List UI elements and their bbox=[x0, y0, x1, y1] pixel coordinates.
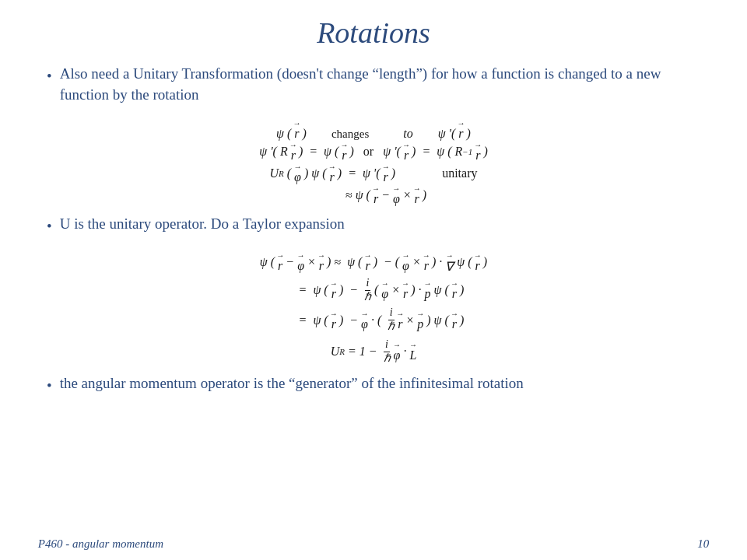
bullet-text-2: • U is the unitary operator. Do a Taylor… bbox=[47, 214, 700, 237]
bullet-dot-1: • bbox=[47, 66, 52, 87]
eq-taylor-1: ψ ( →r − →φ × →r ) ≈ ψ ( →r ) − ( →φ × →… bbox=[260, 251, 487, 274]
bullet-section-1: • Also need a Unitary Transformation (do… bbox=[47, 64, 700, 108]
bullet-content-2: U is the unitary operator. Do a Taylor e… bbox=[60, 214, 345, 235]
bullet-content-1: Also need a Unitary Transformation (does… bbox=[60, 64, 700, 105]
eq-ur: UR = 1 − i ℏ →φ · →L bbox=[331, 338, 417, 366]
footer-text: P460 - angular momentum bbox=[38, 537, 163, 550]
eq-line-2: ψ '( R →r ) = ψ ( →r ) or ψ '( →r ) = ψ … bbox=[259, 141, 488, 163]
eq-taylor-2: = ψ ( →r ) − i ℏ ( →φ × →r ) · →p ψ ( →r… bbox=[283, 277, 465, 304]
page-number: 10 bbox=[697, 537, 709, 550]
footer-separator bbox=[167, 537, 695, 550]
bullet-dot-3: • bbox=[47, 376, 52, 397]
slide-title: Rotations bbox=[47, 16, 700, 50]
slide: Rotations • Also need a Unitary Transfor… bbox=[0, 0, 747, 560]
eq-line-3: UR ( →φ ) ψ ( →r ) = ψ '( →r ) unitary bbox=[269, 163, 477, 184]
bullet-text-1: • Also need a Unitary Transformation (do… bbox=[47, 64, 700, 105]
eq-psi-r: ψ ( →r ) changes to ψ '( →r ) bbox=[276, 119, 471, 141]
eq-taylor-3: = ψ ( →r ) − →φ · ( i ℏ →r × →p ) ψ ( →r… bbox=[283, 306, 465, 334]
bullet-section-3: • the angular momentum operator is the “… bbox=[47, 373, 700, 400]
eq-line-4: ≈ ψ ( →r − →φ × →r ) bbox=[321, 184, 426, 206]
bullet-section-2: • U is the unitary operator. Do a Taylor… bbox=[47, 214, 700, 240]
equation-block-2: ψ ( →r − →φ × →r ) ≈ ψ ( →r ) − ( →φ × →… bbox=[47, 251, 700, 366]
bullet-dot-2: • bbox=[47, 216, 52, 237]
eq-line-1: ψ ( →r ) changes to ψ '( →r ) bbox=[276, 119, 471, 141]
bullet-content-3: the angular momentum operator is the “ge… bbox=[60, 373, 524, 394]
equation-block-1: ψ ( →r ) changes to ψ '( →r ) ψ '( R →r … bbox=[47, 119, 700, 206]
bullet-text-3: • the angular momentum operator is the “… bbox=[47, 373, 700, 397]
slide-footer: P460 - angular momentum bbox=[0, 537, 747, 551]
